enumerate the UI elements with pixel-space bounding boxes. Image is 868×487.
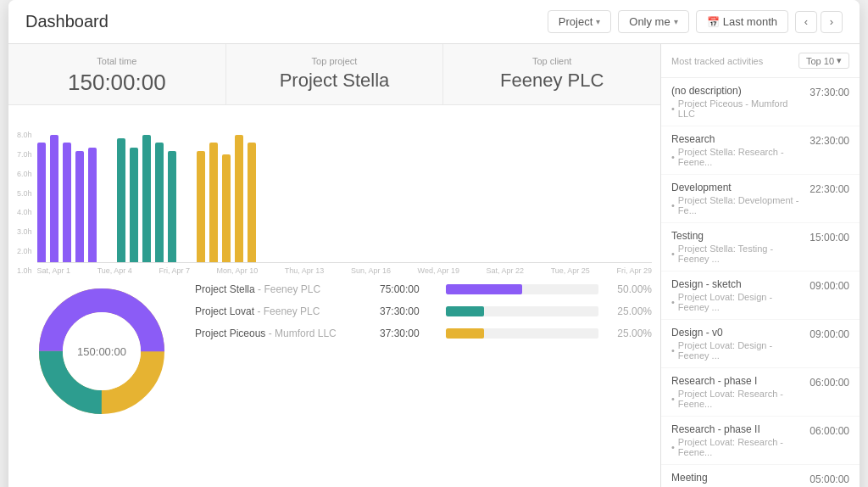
activity-left: Design - sketch Project Lovat: Design - … (671, 278, 803, 312)
activity-time: 37:30:00 (803, 85, 849, 98)
bar (37, 143, 46, 262)
y-label: 2.0h (17, 247, 32, 255)
y-label: 8.0h (17, 131, 32, 139)
activity-sub: Project Lovat: Research - Feene... (671, 437, 803, 457)
top-client-stat: Top client Feeney PLC (443, 44, 660, 104)
x-axis-label: Tue, Apr 4 (97, 266, 132, 275)
activity-row: Meeting Project Stella: Other - Feeney P… (671, 472, 849, 487)
activity-left: Testing Project Stella: Testing - Feeney… (671, 230, 803, 264)
y-label: 5.0h (17, 189, 32, 198)
bar (197, 151, 205, 262)
activity-row: Research - phase I Project Lovat: Resear… (671, 375, 849, 409)
stats-row: Total time 150:00:00 Top project Project… (8, 44, 660, 105)
activity-name: Testing (671, 230, 803, 242)
activity-name: Design - sketch (671, 278, 803, 290)
prev-btn[interactable]: ‹ (795, 11, 817, 33)
activity-sub: Project Stella: Testing - Feeney ... (671, 244, 803, 264)
legend-bar-fill (446, 328, 484, 339)
legend-row: Project Stella - Feeney PLC 75:00:00 50.… (195, 283, 652, 295)
top10-btn[interactable]: Top 10 ▾ (798, 53, 849, 69)
top-project-value: Project Stella (235, 70, 435, 92)
legend-pct: 25.00% (605, 327, 652, 339)
activity-left: Research - phase II Project Lovat: Resea… (671, 423, 803, 457)
bar (142, 135, 151, 262)
activities-list: (no description) Project Piceous - Mumfo… (661, 78, 860, 487)
top-client-label: Top client (452, 56, 652, 66)
top-project-stat: Top project Project Stella (226, 44, 444, 104)
legend-chart: Project Stella - Feeney PLC 75:00:00 50.… (195, 283, 652, 419)
legend-bar-bg (446, 328, 598, 339)
activity-sub: Project Lovat: Design - Feeney ... (671, 292, 803, 312)
bottom-section: 150:00:00 Project Stella - Feeney PLC 75… (8, 275, 660, 428)
activity-time: 09:00:00 (803, 278, 849, 292)
time-filter-btn[interactable]: 📅 Last month (696, 10, 788, 33)
legend-bar-bg (446, 306, 598, 316)
activity-item[interactable]: Meeting Project Stella: Other - Feeney P… (661, 465, 860, 487)
header-controls: Project ▾ Only me ▾ 📅 Last month ‹ › (548, 10, 843, 33)
chevron-down-icon: ▾ (837, 55, 842, 66)
legend-time: 75:00:00 (380, 283, 439, 295)
activity-time: 09:00:00 (803, 327, 849, 340)
top-project-label: Top project (235, 56, 435, 66)
activity-sub: Project Lovat: Research - Feene... (671, 389, 803, 409)
activity-name: (no description) (671, 85, 803, 97)
total-time-label: Total time (17, 56, 217, 66)
activity-name: Meeting (671, 472, 803, 484)
activity-time: 06:00:00 (803, 423, 849, 437)
activity-row: Research Project Stella: Research - Feen… (671, 133, 849, 167)
project-filter-btn[interactable]: Project ▾ (548, 10, 611, 33)
bar (209, 143, 218, 262)
activity-row: Design - v0 Project Lovat: Design - Feen… (671, 327, 849, 361)
activity-item[interactable]: Design - v0 Project Lovat: Design - Feen… (661, 320, 860, 368)
bar-chart-area: 8.0h 7.0h 6.0h 5.0h 4.0h 3.0h 2.0h 1.0h … (8, 105, 660, 275)
legend-time: 37:30:00 (380, 327, 439, 339)
y-label: 7.0h (17, 150, 32, 159)
top-client-value: Feeney PLC (452, 70, 652, 92)
x-axis-label: Sat, Apr 22 (487, 266, 525, 275)
legend-label: Project Lovat - Feeney PLC (195, 305, 373, 317)
activity-time: 15:00:00 (803, 230, 849, 244)
activity-sub: Project Piceous - Mumford LLC (671, 98, 803, 119)
activity-sub: Project Stella: Research - Feene... (671, 147, 803, 167)
user-filter-btn[interactable]: Only me ▾ (618, 10, 688, 33)
total-time-value: 150:00:00 (17, 70, 217, 96)
activity-item[interactable]: Testing Project Stella: Testing - Feeney… (661, 223, 860, 271)
activity-left: Research Project Stella: Research - Feen… (671, 133, 803, 167)
activity-item[interactable]: Research - phase I Project Lovat: Resear… (661, 368, 860, 417)
chevron-down-icon: ▾ (674, 17, 678, 26)
activity-item[interactable]: Design - sketch Project Lovat: Design - … (661, 271, 860, 320)
activities-header: Most tracked activities Top 10 ▾ (661, 44, 860, 78)
x-axis-label: Tue, Apr 25 (551, 266, 590, 275)
legend-bar-fill (446, 306, 484, 316)
legend-label: Project Stella - Feeney PLC (195, 283, 373, 295)
activity-row: Development Project Stella: Development … (671, 182, 849, 216)
activity-row: Research - phase II Project Lovat: Resea… (671, 423, 849, 457)
bar (75, 151, 84, 262)
activity-time: 22:30:00 (803, 182, 849, 195)
bar (222, 154, 231, 263)
activity-time: 32:30:00 (803, 133, 849, 147)
bar (50, 135, 58, 262)
next-btn[interactable]: › (821, 11, 843, 33)
activity-left: Development Project Stella: Development … (671, 182, 803, 216)
page-title: Dashboard (25, 12, 108, 31)
x-axis-label: Fri, Apr 29 (616, 266, 652, 275)
activities-label: Most tracked activities (671, 56, 763, 66)
activity-left: Meeting Project Stella: Other - Feeney P… (671, 472, 803, 487)
y-label: 3.0h (17, 227, 32, 236)
activity-item[interactable]: (no description) Project Piceous - Mumfo… (661, 78, 860, 126)
bar (88, 148, 97, 262)
activity-left: Design - v0 Project Lovat: Design - Feen… (671, 327, 803, 361)
activity-item[interactable]: Research Project Stella: Research - Feen… (661, 126, 860, 175)
activity-name: Research - phase I (671, 375, 803, 387)
activity-item[interactable]: Development Project Stella: Development … (661, 175, 860, 223)
activity-sub: Project Lovat: Design - Feeney ... (671, 340, 803, 361)
legend-label: Project Piceous - Mumford LLC (195, 327, 373, 339)
bar (168, 151, 176, 262)
calendar-icon: 📅 (707, 16, 720, 28)
right-panel: Most tracked activities Top 10 ▾ (no des… (660, 44, 860, 487)
activity-name: Development (671, 182, 803, 193)
activity-item[interactable]: Research - phase II Project Lovat: Resea… (661, 417, 860, 465)
x-axis-label: Mon, Apr 10 (217, 266, 259, 275)
y-label: 4.0h (17, 208, 32, 216)
